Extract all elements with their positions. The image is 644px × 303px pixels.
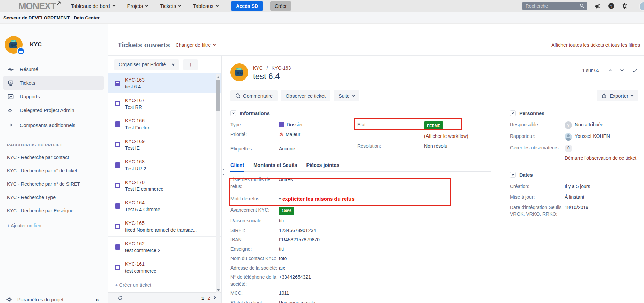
show-workflow-link[interactable]: (Afficher le workflow) — [424, 133, 468, 139]
search-icon[interactable] — [580, 3, 584, 8]
ticket-title: test 6.4 — [253, 72, 291, 81]
logo-text: MONEXT — [18, 1, 56, 11]
issue-type-icon — [115, 101, 120, 106]
shortcut-recherche-siret[interactable]: KYC - Recherche par n° de SIRET — [7, 181, 102, 187]
scrollbar-thumb[interactable] — [216, 80, 220, 111]
ticket-pager-label: 1 sur 65 — [582, 68, 599, 73]
shortcut-recherche-ticket[interactable]: KYC - Recherche par n° de ticket — [7, 168, 102, 173]
nav-tableaux[interactable]: Tableaux — [193, 3, 218, 9]
tab-client[interactable]: Client — [230, 162, 244, 172]
ticket-list-item[interactable]: KYC-161test commerce — [108, 257, 221, 277]
breadcrumb-ticket-link[interactable]: KYC-163 — [271, 65, 291, 71]
announcements-megaphone-icon[interactable] — [595, 3, 601, 9]
comment-icon — [235, 93, 240, 98]
ticket-list-item[interactable]: KYC-165fixed Nombre annuel de transac... — [108, 216, 221, 237]
refresh-icon[interactable] — [118, 295, 123, 301]
unassigned-avatar: ? — [565, 121, 572, 129]
expand-icon[interactable] — [633, 68, 638, 73]
export-button[interactable]: Exporter — [597, 90, 638, 101]
ticket-list-item[interactable]: KYC-169Test IE — [108, 134, 221, 155]
list-scrollbar[interactable] — [216, 74, 220, 293]
user-avatar[interactable] — [639, 2, 644, 11]
project-badge-icon — [17, 47, 25, 55]
scroll-down-arrow[interactable] — [217, 289, 220, 291]
pagination-next-icon[interactable] — [213, 296, 216, 299]
sidebar-item-rapports[interactable]: Rapports — [0, 90, 108, 103]
change-filter-link[interactable]: Changer de filtre — [176, 42, 216, 48]
collapse-sidebar-button[interactable]: « — [96, 296, 99, 303]
pagination: 1 2 — [201, 295, 215, 301]
ticket-list-item[interactable]: KYC-162test commerce 2 — [108, 237, 221, 257]
sort-direction-button[interactable]: ↓ — [183, 59, 198, 70]
informations-grid: Type: Dossier Priorité: Majeur — [230, 121, 507, 156]
ticket-list-item[interactable]: KYC-166Test Firefox — [108, 114, 221, 134]
help-icon[interactable]: ? — [608, 3, 614, 9]
issue-type-icon — [115, 142, 120, 147]
shortcut-recherche-type[interactable]: KYC - Recherche Type — [7, 194, 102, 200]
activity-pulse-icon — [8, 67, 14, 72]
watch-ticket-button[interactable]: Observer ce ticket — [281, 90, 330, 101]
ticket-list-item[interactable]: KYC-167Test RR — [108, 93, 221, 114]
sidebar-item-composants[interactable]: Composants additionnels — [0, 119, 108, 131]
previous-ticket-icon[interactable] — [609, 69, 612, 73]
ticket-list-item[interactable]: KYC-164Test 6.4 Chrome — [108, 196, 221, 216]
workflow-link-row: (Afficher le workflow) — [357, 133, 507, 139]
tab-pieces-jointes[interactable]: Pièces jointes — [306, 162, 339, 171]
informations-section-header: Informations — [230, 110, 507, 116]
more-actions-button[interactable]: Suite — [334, 90, 359, 101]
issue-type-icon — [115, 162, 120, 168]
show-all-tickets-link[interactable]: Afficher toutes les tickets et tous les … — [551, 42, 640, 48]
creer-button[interactable]: Créer — [270, 1, 291, 11]
issue-type-icon — [115, 183, 120, 188]
next-ticket-icon[interactable] — [620, 68, 624, 72]
sort-by-dropdown[interactable]: Organiser par Priorité — [114, 59, 179, 70]
resolution-field: Résolution: Non résolu — [357, 143, 507, 149]
collapse-section-icon[interactable] — [510, 110, 516, 116]
sidebar-item-tickets[interactable]: Tickets — [3, 76, 104, 90]
breadcrumb: KYC / KYC-163 — [253, 65, 291, 71]
field-avancement-kyc: Avancement KYC: 100% — [230, 207, 507, 215]
breadcrumb-project-link[interactable]: KYC — [253, 65, 263, 71]
comment-button[interactable]: Commentaire — [230, 90, 278, 101]
field-siret: SIRET: 12345678901234 — [230, 227, 507, 234]
collapse-section-icon[interactable] — [230, 110, 236, 116]
issue-type-icon — [279, 122, 284, 127]
field-iban: IBAN: FR4532157879870 — [230, 236, 507, 243]
nav-projets[interactable]: Projets — [127, 3, 148, 9]
tab-montants-seuils[interactable]: Montants et Seuils — [253, 162, 297, 171]
watchers-count-badge: 0 — [565, 145, 572, 152]
shortcut-recherche-contact[interactable]: KYC - Recherche par contact — [7, 155, 102, 160]
watchers-field: Gérer les observateurs: 0 Démarre l'obse… — [510, 145, 644, 162]
project-settings-label[interactable]: Paramètres du projet — [17, 297, 63, 302]
nav-tickets[interactable]: Tickets — [160, 3, 181, 9]
monext-logo[interactable]: MONEXT — [18, 0, 56, 12]
collapse-section-icon[interactable] — [510, 172, 516, 178]
ticket-list-item[interactable]: KYC-168Test RR 2 — [108, 155, 221, 175]
sidebar-item-resume[interactable]: Résumé — [0, 62, 108, 76]
content-header: Tickets ouverts Changer de filtre Affich… — [108, 24, 644, 56]
panel-resize-handle[interactable] — [222, 169, 224, 176]
hamburger-menu-icon[interactable] — [6, 4, 12, 8]
ticket-list-item[interactable]: KYC-170Test IE commerce — [108, 175, 221, 196]
project-name: KYC — [30, 42, 42, 48]
project-avatar[interactable] — [5, 36, 23, 54]
scroll-up-arrow[interactable] — [217, 76, 220, 78]
acces-sd-button[interactable]: Accès SD — [231, 1, 263, 11]
assignee-field: Responsable: ? Non attribuée — [510, 121, 644, 129]
settings-gear-icon[interactable] — [621, 3, 628, 9]
create-ticket-link[interactable]: + Créer un ticket — [115, 282, 151, 288]
chevron-down-icon[interactable] — [279, 197, 281, 200]
shortcut-recherche-enseigne[interactable]: KYC - Recherche par Enseigne — [7, 208, 102, 213]
search-input[interactable] — [522, 3, 587, 9]
ticket-pager: 1 sur 65 — [582, 68, 638, 73]
add-link-button[interactable]: + Ajouter un lien — [7, 223, 102, 228]
pagination-page-2[interactable]: 2 — [207, 295, 210, 301]
chevron-down-icon — [171, 62, 174, 65]
issue-type-icon — [115, 81, 120, 86]
nav-tableaux-de-bord[interactable]: Tableaux de bord — [71, 3, 115, 9]
start-watching-link[interactable]: Démarre l'observation de ce ticket — [565, 155, 636, 162]
ticket-list-item[interactable]: KYC-163test 6.4 — [108, 73, 221, 93]
sidebar-item-delegated-admin[interactable]: Delegated Project Admin — [0, 103, 108, 117]
avancement-badge: 100% — [279, 207, 294, 215]
environment-banner: Serveur de DEVELOPPEMENT - Data Center — [0, 12, 644, 24]
